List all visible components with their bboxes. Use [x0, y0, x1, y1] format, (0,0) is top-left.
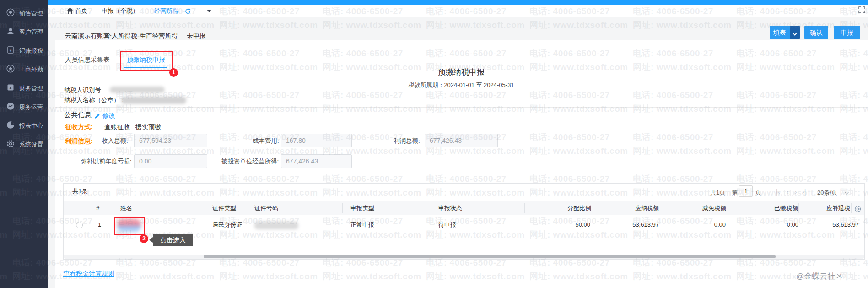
nav-active-underline — [154, 16, 191, 16]
row-declare-status: 待申报 — [438, 221, 456, 228]
sidebar-item-bookkeeping[interactable]: ¥ 记账报税 — [0, 41, 48, 60]
sidebar-item-finance[interactable]: ¥ 财务管理 — [0, 79, 48, 98]
top-accent-bar — [48, 0, 868, 5]
diamond-circle-icon — [6, 8, 15, 19]
page-prefix: 第 — [732, 189, 738, 196]
svg-text:¥: ¥ — [9, 85, 12, 90]
invested-label: 被投资单位经营所得: — [221, 158, 279, 165]
refresh-icon[interactable] — [185, 8, 191, 16]
page-suffix: 页 — [755, 189, 761, 196]
annotation-badge-1: 1 — [169, 68, 178, 77]
nav-tab-business-income[interactable]: 经营所得 — [154, 7, 179, 15]
taxpayer-name-redacted — [121, 97, 186, 104]
row-tax-reduced: 0.00 — [680, 221, 726, 228]
sidebar-item-service-ops[interactable]: 服务运营 — [0, 98, 48, 116]
person-icon — [6, 27, 15, 38]
gear-icon — [6, 139, 15, 150]
horizontal-scrollbar-track[interactable] — [64, 255, 864, 259]
income-label: 收入总额: — [102, 137, 128, 145]
public-info-label: 公共信息 — [64, 111, 92, 119]
row-declare-type: 正常申报 — [350, 221, 374, 228]
fill-form-button[interactable]: 填表 — [770, 26, 790, 39]
trend-circle-icon — [6, 102, 15, 113]
levy-method-label: 征收方式: — [65, 123, 93, 130]
first-page-icon[interactable]: |‹ — [776, 188, 780, 196]
sidebar-item-settings[interactable]: 系统设置 — [0, 135, 48, 154]
tooltip-arrow — [149, 237, 153, 243]
home-icon[interactable] — [67, 7, 73, 16]
col-header-cert-type: 证件类型 — [212, 205, 236, 212]
nav-tab-declare[interactable]: 申报（个税） — [102, 7, 139, 15]
annotation-box-tab — [120, 51, 173, 71]
col-header-ratio: 分配比例 — [545, 205, 591, 212]
ledger-yen-icon: ¥ — [6, 45, 15, 56]
total-profit-input[interactable] — [425, 134, 498, 147]
table-header-row — [64, 201, 864, 215]
pencil-icon[interactable] — [94, 113, 100, 121]
fill-form-dropdown-button[interactable] — [790, 26, 800, 39]
cost-input[interactable] — [281, 134, 352, 147]
last-page-icon[interactable]: ›| — [802, 188, 806, 196]
taxpayer-name-label: 纳税人名称（公章）： — [64, 97, 126, 104]
col-header-cert-number: 证件号码 — [254, 205, 278, 212]
row-cert-type: 居民身份证 — [212, 221, 242, 228]
loss-label: 弥补以前年度亏损: — [81, 158, 132, 165]
tab-personnel-info[interactable]: 人员信息采集表 — [65, 56, 110, 63]
sidebar-item-label: 系统设置 — [19, 141, 43, 149]
edit-link[interactable]: 修改 — [102, 112, 115, 119]
declare-status: 未申报 — [187, 32, 206, 39]
row-radio-button[interactable] — [76, 222, 83, 228]
col-header-declare-type: 申报类型 — [350, 205, 374, 212]
col-header-tax-paid: 已缴税额 — [752, 205, 798, 212]
profit-info-label: 利润信息: — [65, 137, 93, 145]
fullscreen-icon[interactable] — [858, 6, 865, 15]
total-pages: 共1页 — [710, 189, 725, 196]
page-size-select[interactable]: 20条/页 — [817, 189, 837, 196]
nav-tab-home[interactable]: 首页 — [75, 7, 87, 15]
section-divider — [55, 107, 868, 108]
loss-input[interactable] — [134, 154, 207, 168]
levy-method-value-1: 查账征收 — [104, 123, 130, 130]
col-header-tax-refund: 应补退税额 — [826, 205, 850, 212]
col-header-declare-status: 申报状态 — [438, 205, 462, 212]
horizontal-scrollbar-thumb[interactable] — [204, 255, 776, 258]
tax-rule-link[interactable]: 查看税金计算规则 — [63, 270, 114, 277]
row-cert-number-redacted — [254, 222, 298, 229]
sidebar-item-label: 报表中心 — [19, 122, 43, 130]
row-tax-paid: 0.00 — [753, 221, 798, 228]
taxpayer-id-label: 纳税人识别号: — [64, 87, 103, 94]
sidebar-item-label: 服务运营 — [19, 103, 43, 111]
total-profit-label: 利润总额: — [394, 137, 420, 145]
sidebar-item-label: 财务管理 — [19, 84, 43, 92]
col-header-name: 姓名 — [120, 205, 132, 212]
next-page-icon[interactable]: › — [795, 188, 797, 196]
tooltip: 点击进入 — [153, 234, 193, 246]
tax-period: 税款所属期：2024-01-01 至 2024-05-31 — [370, 82, 553, 89]
income-input[interactable] — [134, 134, 207, 147]
svg-text:¥: ¥ — [9, 48, 12, 52]
col-header-tax-reduced: 减免税额 — [680, 205, 726, 212]
star-circle-icon — [6, 64, 15, 75]
sidebar-item-fieldwork[interactable]: 工商外勤 — [0, 60, 48, 79]
sidebar-item-label: 工商外勤 — [19, 65, 43, 74]
prev-page-icon[interactable]: ‹ — [787, 188, 789, 196]
tax-item: 个人所得税-生产经营所得 — [105, 32, 178, 39]
annotation-box-name — [114, 217, 145, 235]
row-tax-payable: 53,613.97 — [612, 221, 659, 228]
record-count: 共1条 — [72, 188, 87, 195]
sidebar: 销售管理 客户管理 ¥ 记账报税 工商外勤 ¥ 财务管理 服务运营 报表中心 系… — [0, 0, 48, 288]
page-number-input[interactable] — [739, 185, 753, 197]
account-name: 云南演示有账套 — [65, 32, 110, 39]
taxpayer-id-redacted — [110, 87, 165, 93]
column-settings-gear-icon[interactable] — [854, 205, 862, 215]
declare-button[interactable]: 申报 — [834, 26, 860, 39]
nav-more-caret-icon[interactable] — [207, 10, 211, 12]
confirm-button[interactable]: 确认 — [804, 26, 828, 39]
yen-square-icon: ¥ — [6, 83, 15, 94]
invested-input[interactable] — [281, 154, 352, 168]
levy-method-value-2: 据实预缴 — [135, 123, 161, 130]
sidebar-item-reports[interactable]: 报表中心 — [0, 116, 48, 135]
sidebar-item-customers[interactable]: 客户管理 — [0, 22, 48, 41]
sidebar-item-sales[interactable]: 销售管理 — [0, 4, 48, 22]
app-window: 销售管理 客户管理 ¥ 记账报税 工商外勤 ¥ 财务管理 服务运营 报表中心 系… — [0, 0, 868, 288]
